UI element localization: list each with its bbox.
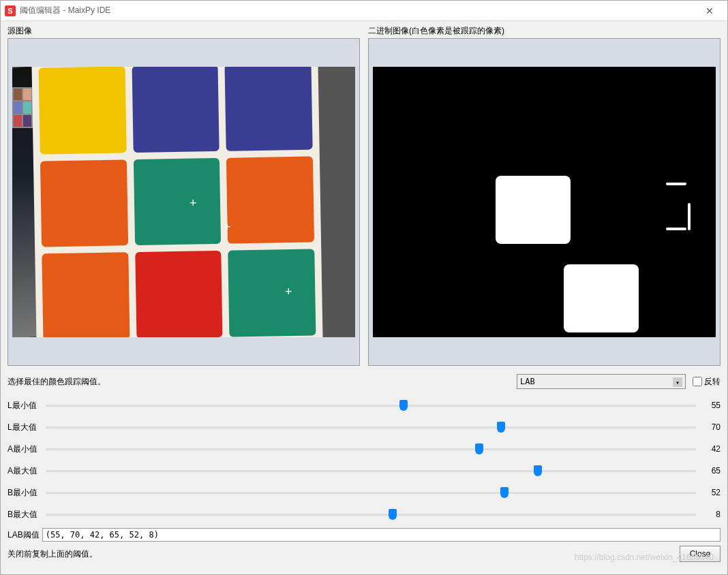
slider-thumb[interactable] [534,465,542,476]
slider-line [46,405,696,407]
slider-thumb[interactable] [497,422,505,433]
slider-line [46,448,696,450]
slider-label: A最大值 [7,465,42,477]
titlebar: S 阈值编辑器 - MaixPy IDE ✕ [1,1,727,21]
slider-thumb[interactable] [500,487,509,498]
slider-value: 8 [700,510,721,519]
app-icon: S [5,5,16,16]
slider-track[interactable] [46,420,696,434]
source-image-panel: 源图像 + + + [7,25,360,366]
choose-best-label: 选择最佳的颜色跟踪阈值。 [7,376,517,388]
colorspace-select[interactable]: LAB ▾ [517,374,686,389]
slider-row: A最大值65 [7,460,721,482]
slider-label: L最小值 [7,400,42,411]
slider-row: L最小值55 [7,394,721,416]
slider-line [46,470,696,472]
rubik-cell [226,156,314,244]
binary-image-panel: 二进制图像(白色像素是被跟踪的像素) [368,25,721,366]
sliders-group: L最小值55L最大值70A最小值42A最大值65B最小值52B最大值8 [7,394,721,525]
invert-label: 反转 [704,376,721,388]
images-row: 源图像 + + + 二进制图像(白色像素是被跟踪的像素) [7,25,721,366]
slider-thumb[interactable] [475,444,483,454]
lab-threshold-row: LAB阈值 [7,528,721,542]
slider-value: 65 [700,466,721,476]
slider-label: B最大值 [7,509,42,520]
window-close-icon[interactable]: ✕ [696,5,723,16]
slider-row: B最大值8 [7,503,721,525]
invert-checkbox[interactable] [693,377,702,386]
threshold-editor-window: S 阈值编辑器 - MaixPy IDE ✕ 源图像 + + + [0,0,728,575]
checker-swatch [14,89,22,100]
close-button[interactable]: Close [680,546,721,562]
slider-row: B最小值52 [7,482,721,503]
checker-swatch [14,115,22,127]
rubik-cell [225,67,313,151]
rubik-cell [132,67,219,153]
binary-image-frame [368,38,721,366]
binary-blob [666,228,686,230]
slider-label: B最小值 [7,487,42,499]
copy-hint-label: 关闭前复制上面的阈值。 [7,548,680,560]
checker-swatch [23,115,31,127]
crosshair-icon: + [285,285,292,299]
slider-label: A最小值 [7,444,42,455]
slider-row: L最大值70 [7,416,721,438]
slider-thumb[interactable] [399,400,408,411]
crosshair-icon: + [224,220,231,234]
rubik-cell [40,159,128,247]
binary-blob [564,264,639,332]
rubik-cell [134,158,222,246]
invert-checkbox-wrap[interactable]: 反转 [693,376,721,388]
crosshair-icon: + [189,196,197,211]
rubik-cell [135,251,223,337]
controls-area: 选择最佳的颜色跟踪阈值。 LAB ▾ 反转 L最小值55L最大值70A最小值42… [7,373,721,562]
checker-swatch [23,102,31,113]
binary-blob [496,176,571,244]
slider-line [46,426,696,429]
source-image-label: 源图像 [7,25,360,37]
source-image-frame: + + + [7,38,360,366]
slider-line [46,492,696,494]
slider-label: L最大值 [7,422,42,433]
chevron-down-icon: ▾ [673,377,682,387]
rubik-cell [42,253,130,337]
checker-swatch [23,89,31,100]
footer-row: 关闭前复制上面的阈值。 Close [7,546,721,562]
rubik-cell [228,249,316,337]
binary-image-label: 二进制图像(白色像素是被跟踪的像素) [368,25,721,37]
slider-track[interactable] [46,508,696,521]
slider-track[interactable] [46,486,696,499]
rubik-cell [39,67,127,154]
binary-image-canvas [373,67,716,337]
slider-value: 52 [700,488,721,497]
slider-value: 55 [700,401,721,410]
slider-track[interactable] [46,442,696,456]
lab-threshold-label: LAB阈值 [7,529,40,541]
slider-row: A最小值42 [7,438,721,460]
slider-value: 42 [700,444,721,454]
slider-track[interactable] [46,399,696,412]
binary-blob [666,183,686,185]
checker-swatch [14,102,22,113]
source-image-canvas: + + + [12,67,355,337]
slider-value: 70 [700,422,721,432]
window-title: 阈值编辑器 - MaixPy IDE [20,5,696,16]
content-area: 源图像 + + + 二进制图像(白色像素是被跟踪的像素) [1,21,727,574]
controls-top-row: 选择最佳的颜色跟踪阈值。 LAB ▾ 反转 [7,373,721,390]
binary-blob [688,203,691,230]
colorspace-value: LAB [520,377,535,386]
slider-line [46,514,696,516]
slider-thumb[interactable] [389,509,397,520]
slider-track[interactable] [46,464,696,478]
lab-threshold-input[interactable] [42,528,721,542]
rubik-grid [31,67,322,337]
